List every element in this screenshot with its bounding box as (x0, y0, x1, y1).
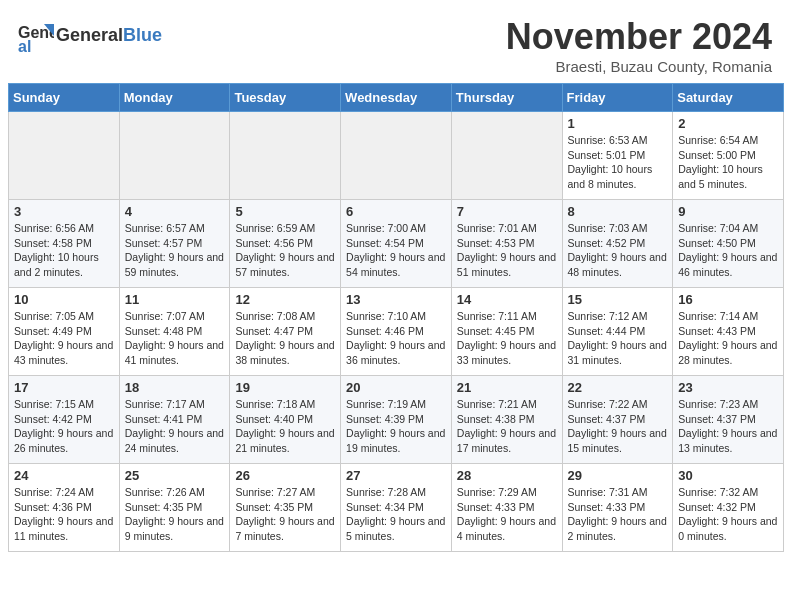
th-tuesday: Tuesday (230, 84, 341, 112)
calendar-day-cell (451, 112, 562, 200)
th-wednesday: Wednesday (341, 84, 452, 112)
calendar-day-cell: 19Sunrise: 7:18 AM Sunset: 4:40 PM Dayli… (230, 376, 341, 464)
calendar-day-cell: 29Sunrise: 7:31 AM Sunset: 4:33 PM Dayli… (562, 464, 673, 552)
calendar-day-cell: 7Sunrise: 7:01 AM Sunset: 4:53 PM Daylig… (451, 200, 562, 288)
calendar-week-row: 3Sunrise: 6:56 AM Sunset: 4:58 PM Daylig… (9, 200, 784, 288)
day-number: 7 (457, 204, 557, 219)
day-info: Sunrise: 7:14 AM Sunset: 4:43 PM Dayligh… (678, 309, 778, 368)
day-number: 24 (14, 468, 114, 483)
th-friday: Friday (562, 84, 673, 112)
calendar-day-cell (9, 112, 120, 200)
calendar-day-cell (119, 112, 230, 200)
calendar-day-cell: 11Sunrise: 7:07 AM Sunset: 4:48 PM Dayli… (119, 288, 230, 376)
calendar-day-cell: 16Sunrise: 7:14 AM Sunset: 4:43 PM Dayli… (673, 288, 784, 376)
calendar-day-cell: 9Sunrise: 7:04 AM Sunset: 4:50 PM Daylig… (673, 200, 784, 288)
day-info: Sunrise: 6:53 AM Sunset: 5:01 PM Dayligh… (568, 133, 668, 192)
calendar-header-row: Sunday Monday Tuesday Wednesday Thursday… (9, 84, 784, 112)
day-number: 20 (346, 380, 446, 395)
day-info: Sunrise: 7:29 AM Sunset: 4:33 PM Dayligh… (457, 485, 557, 544)
calendar-day-cell: 24Sunrise: 7:24 AM Sunset: 4:36 PM Dayli… (9, 464, 120, 552)
calendar-day-cell: 4Sunrise: 6:57 AM Sunset: 4:57 PM Daylig… (119, 200, 230, 288)
day-info: Sunrise: 7:03 AM Sunset: 4:52 PM Dayligh… (568, 221, 668, 280)
day-info: Sunrise: 7:21 AM Sunset: 4:38 PM Dayligh… (457, 397, 557, 456)
title-block: November 2024 Braesti, Buzau County, Rom… (506, 16, 772, 75)
th-sunday: Sunday (9, 84, 120, 112)
calendar-day-cell: 5Sunrise: 6:59 AM Sunset: 4:56 PM Daylig… (230, 200, 341, 288)
calendar-day-cell: 22Sunrise: 7:22 AM Sunset: 4:37 PM Dayli… (562, 376, 673, 464)
day-number: 18 (125, 380, 225, 395)
day-info: Sunrise: 7:17 AM Sunset: 4:41 PM Dayligh… (125, 397, 225, 456)
day-info: Sunrise: 7:12 AM Sunset: 4:44 PM Dayligh… (568, 309, 668, 368)
day-info: Sunrise: 7:01 AM Sunset: 4:53 PM Dayligh… (457, 221, 557, 280)
calendar-day-cell: 14Sunrise: 7:11 AM Sunset: 4:45 PM Dayli… (451, 288, 562, 376)
day-info: Sunrise: 7:15 AM Sunset: 4:42 PM Dayligh… (14, 397, 114, 456)
calendar-day-cell: 25Sunrise: 7:26 AM Sunset: 4:35 PM Dayli… (119, 464, 230, 552)
calendar-day-cell: 30Sunrise: 7:32 AM Sunset: 4:32 PM Dayli… (673, 464, 784, 552)
day-number: 17 (14, 380, 114, 395)
day-number: 30 (678, 468, 778, 483)
day-number: 27 (346, 468, 446, 483)
calendar-week-row: 10Sunrise: 7:05 AM Sunset: 4:49 PM Dayli… (9, 288, 784, 376)
svg-text:al: al (18, 38, 31, 54)
day-info: Sunrise: 6:59 AM Sunset: 4:56 PM Dayligh… (235, 221, 335, 280)
day-info: Sunrise: 7:26 AM Sunset: 4:35 PM Dayligh… (125, 485, 225, 544)
calendar-day-cell: 13Sunrise: 7:10 AM Sunset: 4:46 PM Dayli… (341, 288, 452, 376)
th-thursday: Thursday (451, 84, 562, 112)
day-number: 21 (457, 380, 557, 395)
day-info: Sunrise: 7:32 AM Sunset: 4:32 PM Dayligh… (678, 485, 778, 544)
day-number: 26 (235, 468, 335, 483)
day-info: Sunrise: 7:08 AM Sunset: 4:47 PM Dayligh… (235, 309, 335, 368)
day-info: Sunrise: 7:19 AM Sunset: 4:39 PM Dayligh… (346, 397, 446, 456)
day-info: Sunrise: 7:23 AM Sunset: 4:37 PM Dayligh… (678, 397, 778, 456)
day-info: Sunrise: 7:05 AM Sunset: 4:49 PM Dayligh… (14, 309, 114, 368)
calendar-day-cell: 1Sunrise: 6:53 AM Sunset: 5:01 PM Daylig… (562, 112, 673, 200)
day-info: Sunrise: 7:00 AM Sunset: 4:54 PM Dayligh… (346, 221, 446, 280)
day-number: 13 (346, 292, 446, 307)
day-info: Sunrise: 7:10 AM Sunset: 4:46 PM Dayligh… (346, 309, 446, 368)
day-info: Sunrise: 7:31 AM Sunset: 4:33 PM Dayligh… (568, 485, 668, 544)
calendar-day-cell: 20Sunrise: 7:19 AM Sunset: 4:39 PM Dayli… (341, 376, 452, 464)
day-number: 8 (568, 204, 668, 219)
day-info: Sunrise: 7:22 AM Sunset: 4:37 PM Dayligh… (568, 397, 668, 456)
calendar-day-cell: 18Sunrise: 7:17 AM Sunset: 4:41 PM Dayli… (119, 376, 230, 464)
calendar-day-cell: 6Sunrise: 7:00 AM Sunset: 4:54 PM Daylig… (341, 200, 452, 288)
day-number: 15 (568, 292, 668, 307)
day-info: Sunrise: 6:54 AM Sunset: 5:00 PM Dayligh… (678, 133, 778, 192)
day-number: 11 (125, 292, 225, 307)
calendar-day-cell: 12Sunrise: 7:08 AM Sunset: 4:47 PM Dayli… (230, 288, 341, 376)
calendar-container: Sunday Monday Tuesday Wednesday Thursday… (0, 83, 792, 560)
calendar-week-row: 24Sunrise: 7:24 AM Sunset: 4:36 PM Dayli… (9, 464, 784, 552)
month-title: November 2024 (506, 16, 772, 58)
calendar-day-cell: 21Sunrise: 7:21 AM Sunset: 4:38 PM Dayli… (451, 376, 562, 464)
day-number: 6 (346, 204, 446, 219)
day-number: 23 (678, 380, 778, 395)
day-number: 25 (125, 468, 225, 483)
location: Braesti, Buzau County, Romania (506, 58, 772, 75)
day-info: Sunrise: 6:57 AM Sunset: 4:57 PM Dayligh… (125, 221, 225, 280)
day-number: 14 (457, 292, 557, 307)
th-saturday: Saturday (673, 84, 784, 112)
calendar-day-cell (341, 112, 452, 200)
day-info: Sunrise: 7:27 AM Sunset: 4:35 PM Dayligh… (235, 485, 335, 544)
day-info: Sunrise: 7:07 AM Sunset: 4:48 PM Dayligh… (125, 309, 225, 368)
day-number: 29 (568, 468, 668, 483)
page-header: Gener al GeneralBlue November 2024 Braes… (0, 0, 792, 83)
day-number: 3 (14, 204, 114, 219)
day-number: 28 (457, 468, 557, 483)
day-number: 10 (14, 292, 114, 307)
calendar-week-row: 1Sunrise: 6:53 AM Sunset: 5:01 PM Daylig… (9, 112, 784, 200)
calendar-day-cell: 15Sunrise: 7:12 AM Sunset: 4:44 PM Dayli… (562, 288, 673, 376)
logo: Gener al GeneralBlue (16, 16, 162, 54)
day-info: Sunrise: 6:56 AM Sunset: 4:58 PM Dayligh… (14, 221, 114, 280)
day-info: Sunrise: 7:18 AM Sunset: 4:40 PM Dayligh… (235, 397, 335, 456)
calendar-day-cell: 28Sunrise: 7:29 AM Sunset: 4:33 PM Dayli… (451, 464, 562, 552)
calendar-day-cell: 3Sunrise: 6:56 AM Sunset: 4:58 PM Daylig… (9, 200, 120, 288)
day-number: 16 (678, 292, 778, 307)
calendar-day-cell: 17Sunrise: 7:15 AM Sunset: 4:42 PM Dayli… (9, 376, 120, 464)
day-number: 1 (568, 116, 668, 131)
day-number: 2 (678, 116, 778, 131)
day-info: Sunrise: 7:24 AM Sunset: 4:36 PM Dayligh… (14, 485, 114, 544)
calendar-week-row: 17Sunrise: 7:15 AM Sunset: 4:42 PM Dayli… (9, 376, 784, 464)
calendar-day-cell: 26Sunrise: 7:27 AM Sunset: 4:35 PM Dayli… (230, 464, 341, 552)
day-number: 19 (235, 380, 335, 395)
